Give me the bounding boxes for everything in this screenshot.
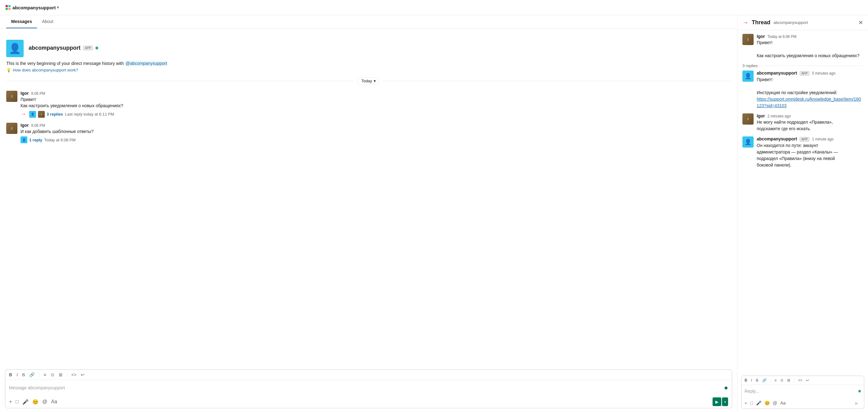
mention-link[interactable]: @abcompanysupport xyxy=(125,61,167,66)
send-dropdown-button[interactable]: ▾ xyxy=(722,398,728,406)
undo-button[interactable]: ↩ xyxy=(81,372,85,377)
message-time-2: 6:06 PM xyxy=(31,123,45,128)
thread-msg-header: Igor Today at 6:06 PM xyxy=(757,34,863,39)
thread-send-area: ▶ xyxy=(853,399,861,407)
bold-button[interactable]: B xyxy=(9,372,12,377)
thread-bot-avatar: 👤 xyxy=(742,70,753,82)
message-author-2: Igor xyxy=(21,123,29,128)
thread-replies-2[interactable]: 👤 1 reply Today at 6:08 PM xyxy=(21,136,731,143)
code-button[interactable]: <> xyxy=(71,372,76,377)
thread-msg-author-4: abcompanysupport xyxy=(757,136,797,141)
thread-igor-avatar-2: I xyxy=(742,114,753,125)
formatting-button[interactable]: Aa xyxy=(51,399,57,405)
toolbar-divider-2 xyxy=(67,372,67,377)
thread-bold-button[interactable]: B xyxy=(745,378,747,382)
thread-emoji-button[interactable]: 😊 xyxy=(765,401,770,406)
emoji-button[interactable]: 😊 xyxy=(32,399,38,405)
thread-mention-button[interactable]: @ xyxy=(773,401,777,406)
thread-link-button[interactable]: 🔗 xyxy=(762,378,767,382)
reply-avatar-bot: 👤 xyxy=(29,111,36,118)
svg-rect-4 xyxy=(8,8,10,10)
svg-rect-2 xyxy=(8,5,10,7)
channel-tabs: Messages About xyxy=(6,15,731,28)
mention-button[interactable]: @ xyxy=(42,399,47,405)
thread-msg-content-4: abcompanysupport APP 1 minute ago Он нах… xyxy=(757,136,863,168)
thread-msg-text-3: Не могу найти подраздел «Правила», подск… xyxy=(757,119,863,132)
thread-app-badge: APP xyxy=(800,71,810,76)
thread-send-button[interactable]: ▶ xyxy=(853,399,861,407)
thread-plus-button[interactable]: + xyxy=(745,401,747,406)
thread-channel-name: abcompanysupport xyxy=(774,20,808,25)
thread-mic-button[interactable]: 🎤 xyxy=(756,401,762,406)
thread-link[interactable]: https://support.omnidesk.ru/knowledge_ba… xyxy=(757,97,861,108)
reply-count[interactable]: 3 replies xyxy=(46,112,63,117)
app-badge: APP xyxy=(83,46,93,50)
message-header-2: Igor 6:06 PM xyxy=(21,123,731,128)
help-link[interactable]: 💡 How does abcompanysupport work? xyxy=(6,68,731,72)
replies-divider-line xyxy=(760,66,863,66)
top-bar: abcompanysupport ▾ xyxy=(0,0,868,15)
messages-area[interactable]: 👤 abcompanysupport APP This is the very … xyxy=(0,29,737,366)
thread-strike-button[interactable]: S xyxy=(756,378,758,382)
thread-msg-author: Igor xyxy=(757,34,765,39)
thread-msg-time-4: 1 minute ago xyxy=(812,137,834,141)
reply-last-time: Last reply today at 6:11 PM xyxy=(65,112,114,117)
link-button[interactable]: 🔗 xyxy=(29,372,34,377)
red-arrow-icon: → xyxy=(21,111,26,118)
message-author: Igor xyxy=(21,91,29,96)
send-button[interactable]: ▶ xyxy=(713,398,721,406)
main-layout: Messages About 👤 abcompanysupport APP xyxy=(0,15,868,412)
indent-button[interactable]: ⊞ xyxy=(59,372,62,377)
thread-msg-time: Today at 6:06 PM xyxy=(767,34,796,39)
thread-message-row: I Igor Today at 6:06 PM Привет! Как наст… xyxy=(742,34,863,59)
plus-button[interactable]: + xyxy=(9,399,12,405)
thread-msg-text: Привет! Как настроить уведомления о новы… xyxy=(757,39,863,59)
date-badge[interactable]: Today ▾ xyxy=(357,77,380,85)
svg-rect-1 xyxy=(6,5,8,7)
workspace-name[interactable]: abcompanysupport ▾ xyxy=(5,4,59,10)
thread-title: → Thread abcompanysupport xyxy=(742,19,808,26)
thread-message-row-4: 👤 abcompanysupport APP 1 minute ago Он н… xyxy=(742,136,863,168)
thread-code-button[interactable]: <> xyxy=(798,378,802,382)
compose-input-area[interactable]: Message abcompanysupport ● xyxy=(5,380,732,395)
thread-igor-avatar: I xyxy=(742,34,753,45)
thread-ul-button[interactable]: ⊙ xyxy=(780,378,783,382)
message-row: I Igor 6:06 PM Привет! Как настроить уве… xyxy=(6,90,731,119)
tab-about[interactable]: About xyxy=(37,15,58,28)
thread-ol-button[interactable]: ≡ xyxy=(774,378,777,382)
strikethrough-button[interactable]: S xyxy=(22,372,25,377)
thread-online-indicator xyxy=(858,390,861,392)
thread-undo-button[interactable]: ↩ xyxy=(806,378,809,382)
tab-messages[interactable]: Messages xyxy=(6,15,37,28)
reply-count-2[interactable]: 1 reply xyxy=(29,138,42,142)
thread-messages-area[interactable]: I Igor Today at 6:06 PM Привет! Как наст… xyxy=(737,30,868,373)
compose-bottom: + □ 🎤 😊 @ Aa ▶ ▾ xyxy=(5,395,732,408)
thread-msg-content-3: Igor 2 minutes ago Не могу найти подразд… xyxy=(757,114,863,132)
thread-panel: → Thread abcompanysupport ✕ I Igor Today… xyxy=(737,15,868,412)
ordered-list-button[interactable]: ≡ xyxy=(43,372,46,377)
thread-msg-text-4: Он находится по пути: аккаунт администра… xyxy=(757,142,863,168)
thread-msg-time-3: 2 minutes ago xyxy=(767,114,790,118)
close-thread-button[interactable]: ✕ xyxy=(858,19,863,26)
thread-msg-author-3: Igor xyxy=(757,114,765,118)
thread-msg-header-3: Igor 2 minutes ago xyxy=(757,114,863,118)
thread-indent-button[interactable]: ⊞ xyxy=(787,378,790,382)
channel-info-text: abcompanysupport APP xyxy=(29,45,98,53)
thread-snippet-button[interactable]: □ xyxy=(750,401,753,406)
thread-replies[interactable]: → 👤 I 3 replies Last reply today at 6:11… xyxy=(21,111,731,118)
italic-button[interactable]: I xyxy=(17,372,18,377)
svg-rect-3 xyxy=(6,8,8,10)
thread-compose-toolbar: B I S 🔗 ≡ ⊙ ⊞ <> ↩ xyxy=(741,376,864,385)
igor-avatar-2: I xyxy=(6,123,18,134)
snippet-button[interactable]: □ xyxy=(16,399,19,405)
workspace-name-label: abcompanysupport xyxy=(12,5,56,10)
bot-avatar-icon: 👤 xyxy=(9,42,21,54)
unordered-list-button[interactable]: ⊙ xyxy=(51,372,54,377)
thread-compose-input[interactable]: Reply... xyxy=(741,385,864,398)
left-panel: Messages About 👤 abcompanysupport APP xyxy=(0,15,737,412)
thread-italic-button[interactable]: I xyxy=(751,378,752,382)
microphone-button[interactable]: 🎤 xyxy=(22,399,29,405)
thread-msg-header-4: abcompanysupport APP 1 minute ago xyxy=(757,136,863,142)
message-row: I Igor 6:06 PM И как добавить шаблонные … xyxy=(6,122,731,145)
thread-format-button[interactable]: Aa xyxy=(780,401,786,406)
